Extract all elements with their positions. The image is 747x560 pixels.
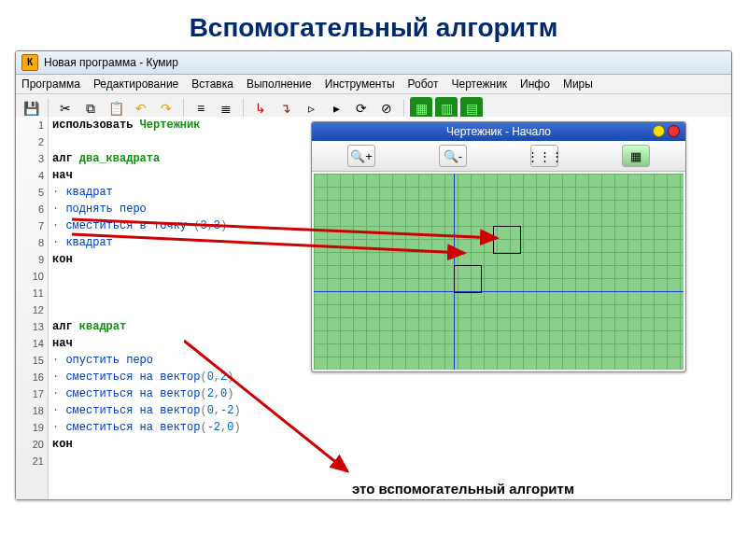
drawer-canvas[interactable] <box>314 174 684 370</box>
drawer-toolbar: 🔍+ 🔍- ⋮⋮⋮ ▦ <box>312 141 685 172</box>
titlebar: К Новая программа - Кумир <box>16 51 731 75</box>
annotation-text: это вспомогательный алгоритм <box>352 481 574 497</box>
code-line[interactable] <box>52 133 314 150</box>
grid-toggle-button[interactable]: ⋮⋮⋮ <box>530 145 558 167</box>
app-window: К Новая программа - Кумир ПрограммаРедак… <box>15 50 732 500</box>
code-line[interactable]: нач <box>52 167 314 184</box>
code-editor[interactable]: использовать Чертежникалг два_квадратана… <box>49 117 314 499</box>
code-line[interactable]: алг квадрат <box>52 318 314 335</box>
drawer-window: Чертежник - Начало 🔍+ 🔍- ⋮⋮⋮ ▦ <box>311 121 686 372</box>
drawer-titlebar: Чертежник - Начало <box>312 122 685 141</box>
menu-инфо[interactable]: Инфо <box>520 77 550 91</box>
tool-window-container: Чертежник - Начало 🔍+ 🔍- ⋮⋮⋮ ▦ <box>311 121 686 372</box>
square-1 <box>454 265 482 293</box>
code-line[interactable]: · сместиться в точку (3,3) <box>52 217 314 234</box>
code-line[interactable]: · сместиться на вектор(-2,0) <box>52 419 314 436</box>
window-title: Новая программа - Кумир <box>44 56 178 69</box>
menu-миры[interactable]: Миры <box>563 77 593 91</box>
square-2 <box>493 226 521 254</box>
code-line[interactable]: использовать Чертежник <box>52 117 314 133</box>
code-line[interactable]: нач <box>52 335 314 352</box>
code-line[interactable]: · опустить перо <box>52 352 314 369</box>
menubar: ПрограммаРедактированиеВставкаВыполнение… <box>16 75 731 94</box>
slide-title: Вспомогательный алгоритм <box>0 0 747 50</box>
separator <box>48 99 49 118</box>
code-line[interactable]: кон <box>52 436 314 453</box>
x-axis <box>314 291 684 292</box>
separator <box>183 99 184 118</box>
code-line[interactable]: алг два_квадрата <box>52 150 314 167</box>
code-line[interactable] <box>52 285 314 301</box>
code-line[interactable] <box>52 268 314 285</box>
separator <box>403 99 404 118</box>
close-icon[interactable] <box>668 125 680 137</box>
line-gutter: 123456789101112131415161718192021 <box>16 117 49 499</box>
menu-редактирование[interactable]: Редактирование <box>93 77 178 91</box>
code-line[interactable] <box>52 453 314 469</box>
code-line[interactable]: кон <box>52 251 314 268</box>
app-icon: К <box>21 54 38 71</box>
code-line[interactable] <box>52 301 314 318</box>
menu-робот[interactable]: Робот <box>408 77 439 91</box>
menu-чертежник[interactable]: Чертежник <box>452 77 508 91</box>
menu-выполнение[interactable]: Выполнение <box>247 77 312 91</box>
drawer-title: Чертежник - Начало <box>446 125 551 138</box>
menu-программа[interactable]: Программа <box>21 77 80 91</box>
code-line[interactable]: · сместиться на вектор(2,0) <box>52 385 314 402</box>
code-line[interactable]: · сместиться на вектор(0,-2) <box>52 402 314 419</box>
canvas-grid <box>314 174 684 370</box>
zoom-in-button[interactable]: 🔍+ <box>347 145 375 167</box>
menu-инструменты[interactable]: Инструменты <box>325 77 395 91</box>
zoom-out-button[interactable]: 🔍- <box>439 145 467 167</box>
layers-button[interactable]: ▦ <box>622 145 650 167</box>
code-line[interactable]: · квадрат <box>52 234 314 251</box>
code-line[interactable]: · сместиться на вектор(0,2) <box>52 369 314 385</box>
code-line[interactable]: · квадрат <box>52 184 314 201</box>
minimize-icon[interactable] <box>653 125 665 137</box>
code-line[interactable]: · поднять перо <box>52 201 314 217</box>
menu-вставка[interactable]: Вставка <box>191 77 233 91</box>
separator <box>243 99 244 118</box>
